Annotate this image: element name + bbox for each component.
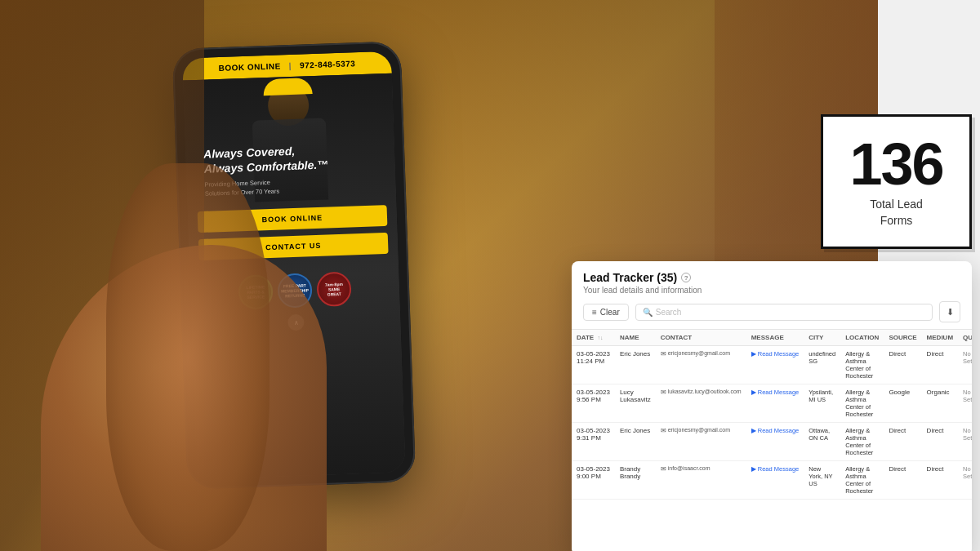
leads-tbody: 03-05-202311:24 PM Eric Jones ✉ ericjone… <box>572 346 972 500</box>
cell-contact: ✉ ericjonesmy@gmail.com <box>656 346 746 384</box>
col-quality: QUALITY <box>958 330 972 346</box>
cell-quality: No Quality Set <box>958 461 972 500</box>
leads-table: DATE ↑↓ NAME CONTACT MESSAGE CITY LOCATI… <box>572 330 972 500</box>
col-name: NAME <box>615 330 656 346</box>
cell-name: Lucy Lukasavitz <box>615 384 656 423</box>
cell-location: Allergy & Asthma Center of Rochester <box>840 423 884 461</box>
cell-quality: No Quality Set <box>958 346 972 384</box>
phone-book-online: BOOK ONLINE <box>218 61 280 73</box>
lead-tracker-subtitle: Your lead details and information <box>583 286 960 295</box>
cell-medium: Direct <box>922 423 958 461</box>
cell-city: Ottawa, ON CA <box>804 423 840 461</box>
cell-city: undefined SG <box>804 346 840 384</box>
info-icon[interactable]: ? <box>681 273 691 282</box>
col-message: MESSAGE <box>746 330 804 346</box>
email-icon: ✉ <box>661 427 666 434</box>
cell-quality: No Quality Set <box>958 384 972 423</box>
email-icon: ✉ <box>661 350 666 358</box>
cell-name: Eric Jones <box>615 346 656 384</box>
phone-number: 972-848-5373 <box>300 59 356 69</box>
email-icon: ✉ <box>661 465 666 473</box>
phone-header-divider: | <box>289 61 292 70</box>
cell-location: Allergy & Asthma Center of Rochester <box>840 384 884 423</box>
cell-city: New York, NY US <box>804 461 840 500</box>
cell-medium: Organic <box>922 384 958 423</box>
cell-date: 03-05-202311:24 PM <box>572 346 615 384</box>
table-header-row: DATE ↑↓ NAME CONTACT MESSAGE CITY LOCATI… <box>572 330 972 346</box>
cell-date: 03-05-20239:00 PM <box>572 461 615 500</box>
search-box[interactable]: 🔍 Search <box>635 304 933 321</box>
lead-tracker-header: Lead Tracker (35) ? Your lead details an… <box>572 261 972 330</box>
table-row: 03-05-20239:56 PM Lucy Lukasavitz ✉ luka… <box>572 384 972 423</box>
cell-source: Direct <box>884 423 921 461</box>
cell-name: Eric Jones <box>615 423 656 461</box>
cell-source: Direct <box>884 461 921 500</box>
cell-source: Google <box>884 384 921 423</box>
cell-message[interactable]: ▶ Read Message <box>746 384 804 423</box>
cell-contact: ✉ lukasavitz.lucy@outlook.com <box>656 384 746 423</box>
cell-location: Allergy & Asthma Center of Rochester <box>840 346 884 384</box>
col-city: CITY <box>804 330 840 346</box>
lead-table: DATE ↑↓ NAME CONTACT MESSAGE CITY LOCATI… <box>572 330 972 551</box>
filter-icon: ≡ <box>592 308 597 317</box>
stats-box: 136 Total LeadForms <box>821 114 972 249</box>
table-row: 03-05-20239:00 PM Brandy Brandy ✉ info@i… <box>572 461 972 500</box>
cell-contact: ✉ ericjonesmy@gmail.com <box>656 423 746 461</box>
col-date: DATE ↑↓ <box>572 330 615 346</box>
cell-message[interactable]: ▶ Read Message <box>746 346 804 384</box>
cell-name: Brandy Brandy <box>615 461 656 500</box>
download-button[interactable]: ⬇ <box>939 301 960 322</box>
stats-number: 136 <box>849 135 942 193</box>
cell-medium: Direct <box>922 346 958 384</box>
table-row: 03-05-20239:31 PM Eric Jones ✉ ericjones… <box>572 423 972 461</box>
clear-button[interactable]: ≡ Clear <box>583 304 629 321</box>
cell-source: Direct <box>884 346 921 384</box>
cell-message[interactable]: ▶ Read Message <box>746 423 804 461</box>
cell-contact: ✉ info@isaacr.com <box>656 461 746 500</box>
lead-tracker-controls: ≡ Clear 🔍 Search ⬇ <box>583 301 960 322</box>
search-icon: 🔍 <box>643 308 653 317</box>
cell-medium: Direct <box>922 461 958 500</box>
lead-tracker-title: Lead Tracker (35) ? <box>583 271 960 284</box>
cell-date: 03-05-20239:56 PM <box>572 384 615 423</box>
email-icon: ✉ <box>661 389 666 396</box>
cell-quality: No Quality Set <box>958 423 972 461</box>
col-medium: MEDIUM <box>922 330 958 346</box>
table-row: 03-05-202311:24 PM Eric Jones ✉ ericjone… <box>572 346 972 384</box>
badge-hours: 7am-8pmSAMEGREAT <box>316 272 351 307</box>
phone-tagline: Always Covered,Always Comfortable.™ <box>203 140 385 176</box>
cell-city: Ypsilanti, MI US <box>804 384 840 423</box>
col-contact: CONTACT <box>656 330 746 346</box>
col-location: LOCATION <box>840 330 884 346</box>
cell-message[interactable]: ▶ Read Message <box>746 461 804 500</box>
lead-tracker-panel: Lead Tracker (35) ? Your lead details an… <box>572 261 972 551</box>
cell-location: Allergy & Asthma Center of Rochester <box>840 461 884 500</box>
cell-date: 03-05-20239:31 PM <box>572 423 615 461</box>
person-body <box>106 163 270 551</box>
col-source: SOURCE <box>884 330 921 346</box>
stats-label: Total LeadForms <box>870 197 923 229</box>
